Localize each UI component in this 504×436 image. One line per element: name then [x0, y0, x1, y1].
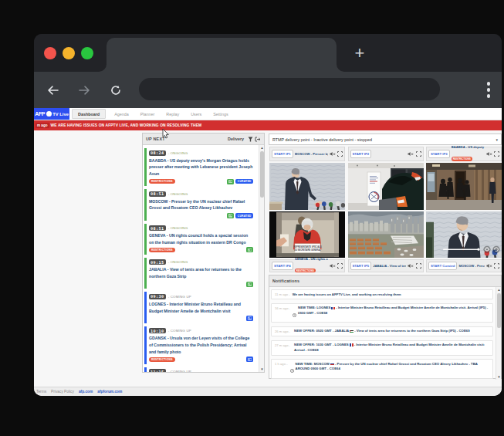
event-time: 10:10 [149, 328, 166, 333]
start-ip4-button[interactable]: START IP4 [272, 262, 293, 270]
video-thumbnail-moscow-wide[interactable] [269, 163, 345, 210]
notification-row[interactable]: 1 h ago - NEW TIME: MOSCOW- Presser by t… [271, 359, 493, 379]
video-thumbnail-geneva[interactable]: REPRESENTANTE SPECIALE DU SECRETAIRE GEN… [269, 211, 345, 258]
svg-text:DU SECRETAIRE GENERAL: DU SECRETAIRE GENERAL [294, 248, 321, 251]
notifications-title: Notifications [272, 279, 299, 283]
close-window-button[interactable] [44, 47, 56, 59]
back-button[interactable] [42, 86, 63, 95]
maximize-window-button[interactable] [81, 47, 93, 59]
video-controls-ip2: START IP2 [348, 147, 424, 161]
start-ip3-button[interactable]: START IP3 [428, 150, 450, 158]
alert-message: WE ARE HAVING ISSUES ON AFPTV LIVE, AND … [51, 123, 202, 127]
notification-row[interactable]: 26 m ago - NEW OFFER: 0920 GMT - JABALIA… [271, 326, 493, 336]
scrollbar-thumb[interactable] [497, 293, 501, 328]
mouse-cursor [162, 129, 169, 139]
scroll-up-arrow[interactable]: ▲ [259, 145, 264, 150]
footer-terms[interactable]: Terms [36, 390, 46, 394]
new-tab-button[interactable]: + [349, 43, 370, 65]
afp-tv-live-logo[interactable]: AFP TV Live [34, 108, 69, 120]
start-ip2-button[interactable]: START IP2 [350, 150, 372, 158]
browser-tab[interactable] [107, 38, 337, 72]
curated-pill: CURATED [235, 213, 253, 218]
collapse-panel-icon[interactable] [255, 137, 261, 142]
notification-row[interactable]: 11 m ago - We are having issues on AFPTV… [271, 289, 493, 299]
flag-fr-icon [331, 307, 335, 309]
minimize-window-button[interactable] [63, 47, 75, 59]
video-thumbnail-jabalia[interactable] [348, 211, 424, 258]
footer-privacy[interactable]: Privacy Policy [51, 390, 74, 394]
restrictions-pill: RESTRICTIONS [149, 248, 175, 252]
video-label: JABALIA - View of tents ... [373, 264, 406, 268]
event-time: 11:15 [149, 369, 166, 372]
fullscreen-icon[interactable] [416, 151, 421, 157]
browser-menu-button[interactable] [480, 79, 497, 101]
volume-muted-icon[interactable] [486, 263, 492, 269]
flag-ru-icon [330, 363, 334, 365]
scroll-down-arrow[interactable]: ▼ [496, 374, 501, 380]
footer-afpforum-link[interactable]: afpforum.com [97, 390, 122, 394]
address-bar[interactable] [139, 78, 440, 100]
scroll-up-arrow[interactable]: ▲ [496, 287, 501, 292]
media-badge-icon [246, 357, 253, 362]
video-thumbnail-moscow-close[interactable] [426, 211, 502, 258]
nav-item-users[interactable]: Users [188, 110, 205, 118]
nav-item-planner[interactable]: Planner [137, 110, 158, 118]
nav-item-replay[interactable]: Replay [163, 110, 182, 118]
restrictions-pill: RESTRICTIONS [295, 269, 316, 272]
event-time: 08:51 [149, 225, 166, 231]
event-card[interactable]: 08:24 - ONGOING BAABDA - US deputy envoy… [144, 148, 256, 186]
nav-item-agenda[interactable]: Agenda [111, 110, 132, 118]
video-cell-ip5: START IP5 JABALIA - View of tents ... [348, 210, 424, 272]
fullscreen-icon[interactable] [494, 263, 499, 269]
up-next-scrollbar[interactable]: ▲ ▼ [259, 145, 264, 372]
video-grid: START IP1 MOSCOW - Presser by t... [269, 147, 502, 272]
start-ip5-button[interactable]: START IP5 [350, 262, 372, 270]
volume-muted-icon[interactable] [330, 151, 336, 157]
notifications-scrollbar[interactable]: ▲ ▼ [496, 287, 501, 380]
notification-row[interactable]: 16 m ago - NEW TIME: LOGNES- Interior Mi… [271, 303, 493, 323]
delivery-point-selector[interactable]: RTMP delivery point - Inactive delivery … [269, 134, 502, 145]
start-curated-button[interactable]: START Curated [428, 262, 457, 270]
fullscreen-icon[interactable] [337, 151, 343, 157]
nav-item-dashboard[interactable]: Dashboard [72, 109, 106, 119]
video-thumbnail-baabda[interactable] [426, 163, 502, 210]
reload-icon [110, 85, 121, 96]
event-card[interactable]: 09:15 - ONGOING JABALIA - View of tents … [144, 258, 256, 289]
event-card[interactable]: 08:51 - ONGOING GENEVA - UN rights counc… [144, 224, 256, 255]
forward-button[interactable] [73, 86, 95, 95]
clock-icon [293, 306, 296, 320]
media-badge-icon [246, 282, 253, 287]
fullscreen-icon[interactable] [494, 151, 499, 157]
volume-muted-icon[interactable] [408, 151, 414, 157]
fullscreen-icon[interactable] [416, 263, 421, 269]
restrictions-pill: RESTRICTIONS [149, 357, 175, 362]
video-controls-ip1: START IP1 MOSCOW - Presser by t... [269, 147, 345, 161]
fullscreen-icon[interactable] [337, 263, 343, 269]
footer-afp-link[interactable]: afp.com [79, 390, 93, 394]
notifications-list: 11 m ago - We are having issues on AFPTV… [269, 287, 501, 380]
video-label: MOSCOW - Press... [458, 264, 484, 268]
volume-muted-icon[interactable] [408, 263, 414, 269]
event-status: - COMING UP [168, 295, 191, 299]
reload-button[interactable] [105, 85, 127, 96]
event-card[interactable]: 08:51 - ONGOING MOSCOW - Presser by the … [144, 189, 256, 220]
notification-row[interactable]: 27 m ago - NEW OFFER: 1030 GMT - LOGNES-… [271, 340, 493, 356]
event-card[interactable]: 11:15 - COMING UP TWICKENHAM - Rugby/Six… [144, 367, 256, 372]
filter-funnel-icon[interactable] [248, 137, 253, 142]
delivery-filter-label[interactable]: Delivery [228, 137, 244, 141]
back-arrow-icon [47, 86, 59, 95]
event-title: GENEVA - UN rights council holds a speci… [149, 232, 253, 245]
video-row-1: START IP1 MOSCOW - Presser by t... [269, 147, 502, 210]
notification-age: 27 m ago - [275, 343, 290, 347]
event-card[interactable]: 10:10 - COMING UP GDANSK - Ursula von de… [144, 326, 256, 364]
scrollbar-thumb[interactable] [260, 151, 264, 198]
event-card[interactable]: 09:30 - COMING UP LOGNES - Interior Mini… [144, 292, 256, 323]
event-title: LOGNES - Interior Minister Bruno Retaill… [149, 301, 253, 314]
start-ip1-button[interactable]: START IP1 [272, 150, 293, 158]
nav-item-settings[interactable]: Settings [210, 110, 231, 118]
scroll-down-arrow[interactable]: ▼ [259, 367, 264, 372]
volume-muted-icon[interactable] [486, 151, 492, 157]
video-thumbnail-showroom[interactable] [348, 163, 424, 210]
up-next-panel: UP NEXT Delivery 08:24 - [142, 133, 265, 373]
volume-muted-icon[interactable] [330, 263, 336, 269]
